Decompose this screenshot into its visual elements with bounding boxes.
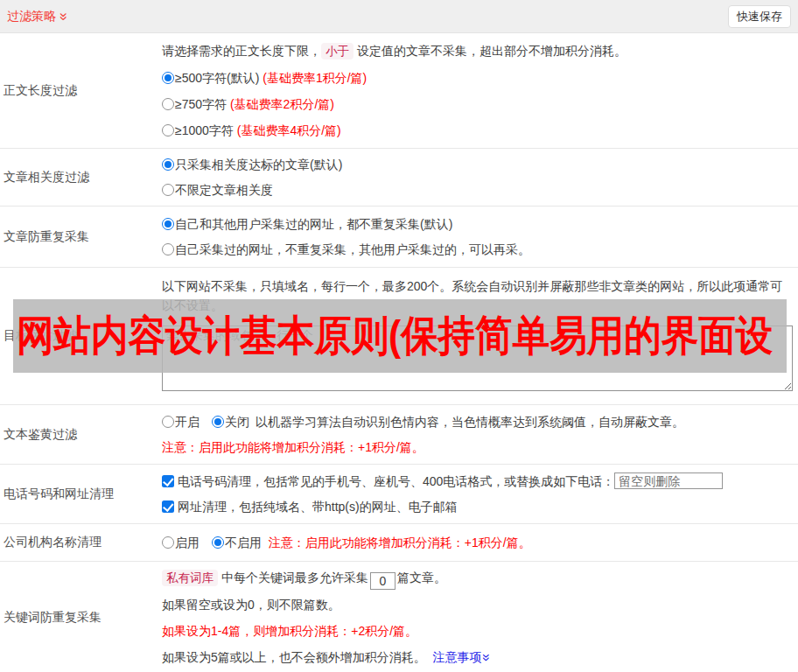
option-cost-note: (基础费率1积分/篇) [262, 71, 367, 85]
intro-text-before: 请选择需求的正文长度下限， [162, 44, 321, 58]
checkbox-url-clean[interactable] [162, 500, 174, 513]
lessthan-tag: 小于 [321, 43, 354, 60]
option-label: 开启 [175, 415, 200, 429]
title-bar: 过滤策略» 快速保存 [0, 0, 798, 33]
row-label: 关键词防重复采集 [0, 562, 162, 672]
length-option-750[interactable]: ≥750字符 (基础费率2积分/篇) [162, 91, 792, 117]
row-phone-url-clean: 电话号码和网址清理 电话号码清理，包括常见的手机号、座机号、400电话格式，或替… [0, 465, 798, 524]
notice-link-text: 注意事项 [433, 650, 482, 664]
radio-porn-off[interactable] [212, 416, 224, 428]
private-lexicon-tag: 私有词库 [162, 570, 218, 586]
relevance-option-strict[interactable]: 只采集相关度达标的文章(默认) [162, 152, 792, 178]
length-option-500[interactable]: ≥500字符(默认) (基础费率1积分/篇) [162, 65, 792, 91]
url-clean-option[interactable]: 网址清理，包括纯域名、带http(s)的网址、电子邮箱 [162, 494, 792, 520]
dedup-option-self[interactable]: 自己采集过的网址，不重复采集，其他用户采集过的，可以再采。 [162, 237, 792, 262]
keyword-note-cost: 如果设为1-4篇，则增加积分消耗：+2积分/篇。 [162, 618, 792, 644]
length-option-1000[interactable]: ≥1000字符 (基础费率4积分/篇) [162, 117, 792, 144]
replace-phone-input[interactable] [614, 472, 723, 489]
checkbox-phone-clean[interactable] [162, 475, 174, 487]
radio-dedup-all[interactable] [162, 218, 174, 230]
dedup-option-all[interactable]: 自己和其他用户采集过的网址，都不重复采集(默认) [162, 212, 792, 237]
row-relevance-filter: 文章相关度过滤 只采集相关度达标的文章(默认) 不限定文章相关度 [0, 149, 798, 206]
chevron-down-icon: » [480, 654, 494, 661]
radio-1000-chars[interactable] [162, 124, 174, 136]
intro-text-after: 设定值的文章不采集，超出部分不增加积分消耗。 [357, 44, 626, 58]
radio-dedup-self[interactable] [162, 243, 174, 256]
company-clean-on-option[interactable]: 启用 [162, 536, 200, 550]
row-label: 文章相关度过滤 [0, 149, 162, 206]
row-label: 文章防重复采集 [0, 206, 162, 267]
option-cost-note: (基础费率4积分/篇) [237, 123, 341, 137]
limit-text-after: 篇文章。 [397, 570, 446, 584]
row-label: 公司机构名称清理 [0, 524, 162, 561]
keyword-limit-input[interactable] [370, 572, 396, 590]
radio-750-chars[interactable] [162, 98, 174, 110]
intro-line-1: 以下网站不采集，只填域名，每行一个，最多200个。系统会自动识别并屏蔽那些非文章… [162, 276, 793, 296]
keyword-limit-line: 私有词库 中每个关键词最多允许采集篇文章。 [162, 564, 792, 592]
quick-save-button[interactable]: 快速保存 [728, 5, 791, 28]
radio-relevance-any[interactable] [162, 184, 174, 196]
section-title[interactable]: 过滤策略» [7, 9, 67, 24]
keyword-note-free: 如果设为5篇或以上，也不会额外增加积分消耗。 注意事项» [162, 644, 792, 670]
porn-filter-cost-note: 注意：启用此功能将增加积分消耗：+1积分/篇。 [162, 435, 792, 460]
option-label: 电话号码清理，包括常见的手机号、座机号、400电话格式，或替换成如下电话： [178, 474, 614, 488]
notice-link[interactable]: 注意事项» [433, 650, 490, 664]
relevance-option-any[interactable]: 不限定文章相关度 [162, 178, 792, 203]
company-clean-cost-note: 注意：启用此功能将增加积分消耗：+1积分/篇。 [269, 536, 531, 550]
company-clean-off-option[interactable]: 不启用 [212, 536, 262, 550]
radio-porn-on[interactable] [162, 416, 174, 428]
option-label: 只采集相关度达标的文章(默认) [175, 158, 342, 172]
radio-company-off[interactable] [212, 536, 224, 549]
row-content-length-filter: 正文长度过滤 请选择需求的正文长度下限，小于 设定值的文章不采集，超出部分不增加… [0, 33, 798, 149]
note-text: 如果设为5篇或以上，也不会额外增加积分消耗。 [162, 650, 426, 664]
watermark-banner-text: 网站内容设计基本原则(保持简单易用的界面设 [13, 307, 773, 365]
watermark-banner: 网站内容设计基本原则(保持简单易用的界面设 [13, 299, 787, 373]
limit-text-before: 中每个关键词最多允许采集 [218, 570, 368, 584]
radio-500-chars[interactable] [162, 72, 174, 84]
porn-filter-off-option[interactable]: 关闭 [212, 415, 249, 429]
row-company-clean: 公司机构名称清理 启用不启用 注意：启用此功能将增加积分消耗：+1积分/篇。 [0, 524, 798, 562]
option-label: 网址清理，包括纯域名、带http(s)的网址、电子邮箱 [178, 500, 458, 514]
row-porn-filter: 文本鉴黄过滤 开启关闭 以机器学习算法自动识别色情内容，当色情概率达到系统阈值，… [0, 405, 798, 465]
row-label: 电话号码和网址清理 [0, 465, 162, 523]
radio-relevance-strict[interactable] [162, 158, 174, 171]
option-label: 启用 [175, 536, 200, 550]
porn-filter-desc: 以机器学习算法自动识别色情内容，当色情概率达到系统阈值，自动屏蔽文章。 [256, 415, 684, 429]
section-title-text: 过滤策略 [7, 9, 56, 24]
radio-company-on[interactable] [162, 536, 174, 549]
keyword-note-unlimited: 如果留空或设为0，则不限篇数。 [162, 592, 792, 618]
option-label: 不启用 [225, 536, 262, 550]
row-label: 文本鉴黄过滤 [0, 405, 162, 464]
option-label: 自己采集过的网址，不重复采集，其他用户采集过的，可以再采。 [175, 242, 530, 256]
chevron-down-icon: » [57, 12, 72, 19]
option-label: 自己和其他用户采集过的网址，都不重复采集(默认) [175, 217, 452, 231]
row-keyword-dedup: 关键词防重复采集 私有词库 中每个关键词最多允许采集篇文章。 如果留空或设为0，… [0, 562, 798, 672]
option-label: ≥500字符(默认) [175, 71, 262, 85]
option-label: ≥1000字符 [175, 123, 237, 137]
phone-clean-option[interactable]: 电话号码清理，包括常见的手机号、座机号、400电话格式，或替换成如下电话： [162, 469, 792, 494]
row-label: 正文长度过滤 [0, 33, 162, 148]
option-label: 不限定文章相关度 [175, 183, 273, 197]
option-label: 关闭 [225, 415, 249, 429]
content-length-intro: 请选择需求的正文长度下限，小于 设定值的文章不采集，超出部分不增加积分消耗。 [162, 38, 792, 65]
option-cost-note: (基础费率2积分/篇) [230, 97, 334, 111]
porn-filter-on-option[interactable]: 开启 [162, 415, 200, 429]
row-dedup-filter: 文章防重复采集 自己和其他用户采集过的网址，都不重复采集(默认) 自己采集过的网… [0, 206, 798, 268]
option-label: ≥750字符 [175, 97, 230, 111]
